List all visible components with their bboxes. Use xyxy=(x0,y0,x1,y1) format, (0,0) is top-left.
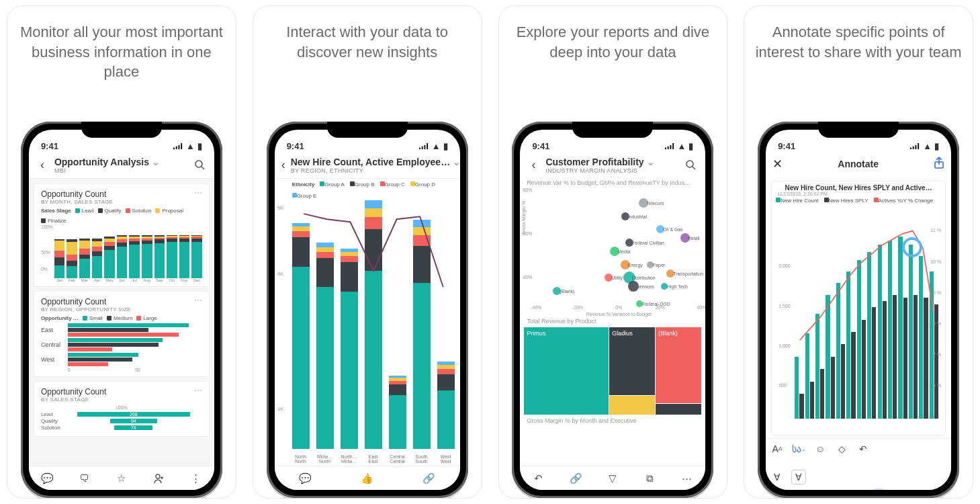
svg-rect-18 xyxy=(672,143,674,149)
caption: Monitor all your most important business… xyxy=(17,22,226,96)
scatter-chart[interactable]: Gross Margin % Revenue % Variance to Bud… xyxy=(536,187,701,308)
conversations-icon[interactable]: 🗨 xyxy=(78,472,91,485)
screenshot-panel: Explore your reports and dive deep into … xyxy=(498,5,728,499)
chart-timestamp: 11/13/2018, 2:26:52 PM xyxy=(772,192,945,196)
grouped-hbar-chart: EastCentralWest xyxy=(41,323,202,366)
draw-tool-icon[interactable]: სა⌄ xyxy=(791,442,806,456)
svg-rect-2 xyxy=(179,144,180,149)
link-icon[interactable]: 🔗 xyxy=(569,472,582,485)
color-palette xyxy=(766,487,951,490)
svg-rect-0 xyxy=(173,147,175,149)
wifi-icon: ▲ xyxy=(432,141,441,151)
text-tool-icon[interactable]: AA xyxy=(770,442,785,456)
screenshot-panel: Interact with your data to discover new … xyxy=(253,5,482,499)
comment-icon[interactable]: 💬 xyxy=(40,472,54,485)
stacked-column-chart: 100% 50% 0% xyxy=(41,226,202,278)
report-subtitle: INDUSTRY MARGIN ANALYSIS xyxy=(545,167,678,174)
bottom-nav: 💬 👍 🔗 xyxy=(275,466,460,490)
report-title: Customer Profitability xyxy=(545,157,643,167)
svg-point-6 xyxy=(156,474,160,478)
back-icon[interactable]: ‹ xyxy=(281,158,285,171)
link-icon[interactable]: 🔗 xyxy=(422,472,436,485)
chart-card-grouped-hbar[interactable]: ⋯ Opportunity Count BY REGION, OPPORTUNI… xyxy=(34,292,209,376)
comment-icon[interactable]: 💬 xyxy=(299,472,312,485)
filter-icon[interactable]: ▽ xyxy=(606,472,619,485)
battery-icon: ▮ xyxy=(934,141,939,151)
chart-title: New Hire Count, New Hires SPLY and Activ… xyxy=(772,181,945,192)
search-icon[interactable] xyxy=(684,158,697,171)
back-icon[interactable]: ‹ xyxy=(527,158,540,171)
report-title: New Hire Count, Active Employee… xyxy=(291,157,451,167)
bottom-nav: ↶ 🔗 ▽ ⧉ ⋯ xyxy=(520,466,705,490)
report-subtitle: MBI xyxy=(54,167,187,174)
wifi-icon: ▲ xyxy=(678,141,686,151)
chart-legend: Sales StageLeadQualifySolutionProposalFi… xyxy=(41,208,202,224)
status-icons: ▲ ▮ xyxy=(173,141,202,151)
card-title: Opportunity Count xyxy=(41,190,202,199)
back-icon[interactable]: ‹ xyxy=(36,158,49,171)
svg-line-5 xyxy=(202,167,204,169)
report-header: ‹ Customer Profitability ⌄ INDUSTRY MARG… xyxy=(520,153,705,178)
undo-icon[interactable]: ↶ xyxy=(532,472,545,485)
svg-rect-21 xyxy=(910,147,911,149)
close-icon[interactable]: ✕ xyxy=(772,157,783,171)
svg-rect-24 xyxy=(918,143,920,149)
report-header: ‹ New Hire Count, Active Employee… ⌄ BY … xyxy=(275,153,460,179)
treemap-chart[interactable]: PrimusGladius(Blank) xyxy=(524,327,701,415)
signal-icon xyxy=(665,143,675,150)
funnel-100-label: 100% xyxy=(41,405,202,410)
card-title: Opportunity Count xyxy=(41,297,202,306)
invite-icon[interactable] xyxy=(152,472,165,485)
chart-card-stacked-columns[interactable]: ⋯ Opportunity Count BY MONTH, SALES STAG… xyxy=(34,184,209,286)
chart-card-funnel[interactable]: ⋯ Opportunity Count BY SALES STAGE 100% … xyxy=(34,382,209,436)
card-title: Opportunity Count xyxy=(41,387,202,396)
signal-icon xyxy=(910,143,920,150)
card-more-icon[interactable]: ⋯ xyxy=(194,386,204,395)
report-title: Opportunity Analysis xyxy=(54,157,149,167)
stamp-down-tool-icon[interactable]: ∀ xyxy=(770,470,785,485)
card-more-icon[interactable]: ⋯ xyxy=(194,188,204,198)
signal-icon xyxy=(419,143,429,150)
svg-rect-11 xyxy=(424,144,425,149)
emoji-tool-icon[interactable]: ☺ xyxy=(813,442,828,456)
favorite-icon[interactable]: ☆ xyxy=(115,472,128,485)
chart-title: Total Revenue by Product xyxy=(520,317,705,326)
status-time: 9:41 xyxy=(532,141,549,151)
more-icon[interactable]: ⋮ xyxy=(189,472,202,485)
screenshot-panel: Annotate specific points of interest to … xyxy=(744,5,973,499)
annotated-combo-chart[interactable]: 2,000 1,500 1,000 500 11 % 10 % 9 % 8 % … xyxy=(776,210,941,432)
annotate-title: Annotate xyxy=(783,159,934,169)
signal-icon xyxy=(173,143,183,150)
eraser-tool-icon[interactable]: ◇ xyxy=(834,442,849,456)
phone-mockup: 9:41 ▲▮ ‹ New Hire Count, Active Employe… xyxy=(267,122,468,498)
svg-rect-23 xyxy=(916,144,917,149)
copy-icon[interactable]: ⧉ xyxy=(643,472,657,485)
card-more-icon[interactable]: ⋯ xyxy=(194,296,204,305)
svg-line-20 xyxy=(693,167,695,169)
more-icon[interactable]: ⋯ xyxy=(680,472,694,485)
svg-rect-22 xyxy=(913,146,914,149)
annotation-circle[interactable] xyxy=(902,237,922,257)
share-icon[interactable] xyxy=(934,157,944,171)
caption: Interact with your data to discover new … xyxy=(263,22,472,96)
chart-title: Revenue Var % to Budget, GM% and Revenue… xyxy=(520,178,705,187)
card-subtitle: BY SALES STAGE xyxy=(41,396,202,403)
undo-tool-icon[interactable]: ↶ xyxy=(856,442,871,456)
svg-point-19 xyxy=(686,161,693,167)
stamp-up-tool-icon[interactable]: ∀ xyxy=(791,470,806,485)
svg-rect-12 xyxy=(427,143,428,149)
search-icon[interactable] xyxy=(193,158,206,171)
report-subtitle: BY REGION, ETHNICITY xyxy=(291,167,460,174)
svg-point-4 xyxy=(195,161,202,167)
annotate-toolbar: AA სა⌄ ☺ ◇ ↶ ∀ ∀ xyxy=(766,438,951,487)
chart-legend: New Hire CountNew Hires SPLYActives YoY … xyxy=(772,196,945,206)
insights-icon[interactable]: 👍 xyxy=(361,472,374,485)
battery-icon: ▮ xyxy=(688,141,693,151)
annotate-header: ✕ Annotate xyxy=(766,153,951,175)
caption: Explore your reports and dive deep into … xyxy=(508,22,718,96)
phone-mockup: 9:41▲▮ ‹ Customer Profitability ⌄ INDUST… xyxy=(512,122,713,498)
chart-legend: EthnicityGroup AGroup BGroup CGroup DGro… xyxy=(292,181,455,200)
status-time: 9:41 xyxy=(287,141,304,151)
bottom-nav: 💬 🗨 ☆ ⋮ xyxy=(29,466,214,490)
combo-chart[interactable]: 5K 4K 1K xyxy=(292,200,455,452)
